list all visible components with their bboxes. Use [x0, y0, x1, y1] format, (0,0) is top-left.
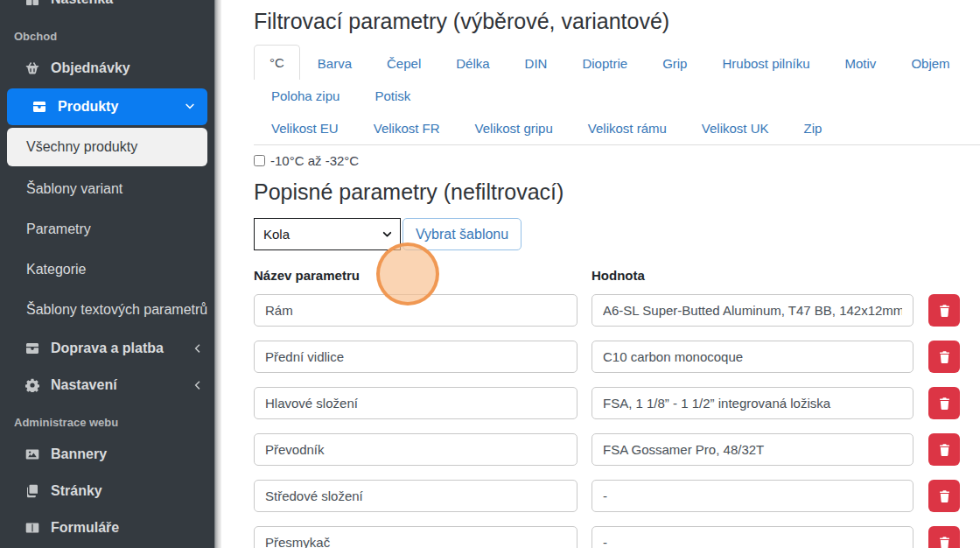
template-select[interactable]: Kola: [254, 218, 401, 250]
temperature-checkbox[interactable]: [254, 155, 265, 166]
sidebar-item-variant-templates[interactable]: Šablony variant: [0, 169, 214, 209]
main-content: Filtrovací parametry (výběrové, varianto…: [221, 0, 980, 548]
sidebar-item-banners[interactable]: Bannery: [0, 436, 214, 473]
tab-grip[interactable]: Grip: [645, 47, 704, 80]
tab-delka[interactable]: Délka: [438, 47, 507, 80]
parameter-row: [254, 294, 980, 327]
parameter-row: [254, 341, 980, 373]
parameter-row: [254, 526, 980, 548]
sidebar-item-orders[interactable]: Objednávky: [0, 50, 214, 87]
sidebar-item-label: Kategorie: [26, 262, 87, 278]
parameter-table-headers: Název parametru Hodnota: [254, 268, 980, 283]
parameter-value-input[interactable]: [592, 480, 914, 512]
parameter-name-input[interactable]: [254, 294, 578, 327]
trash-icon: [938, 397, 951, 411]
columns-icon: [25, 521, 43, 535]
sidebar-item-products[interactable]: Produkty: [7, 88, 207, 125]
parameter-value-input[interactable]: [592, 294, 914, 327]
sidebar-item-settings[interactable]: Nastavení: [0, 367, 214, 404]
parameter-name-input[interactable]: [254, 433, 578, 466]
delete-parameter-button[interactable]: [928, 294, 960, 327]
parameter-value-input[interactable]: [592, 341, 914, 373]
parameter-name-input[interactable]: [254, 341, 578, 373]
sidebar-item-shipping-payment[interactable]: Doprava a platba: [0, 330, 214, 367]
delete-parameter-button[interactable]: [928, 526, 960, 548]
value-column-header: Hodnota: [592, 268, 645, 283]
trash-icon: [938, 443, 951, 457]
sidebar-item-label: Bannery: [51, 446, 107, 462]
descriptive-parameters-title: Popisné parametry (nefiltrovací): [254, 179, 980, 205]
chevron-left-icon: [192, 380, 202, 390]
sidebar-item-label: Stránky: [51, 483, 102, 499]
parameter-row: [254, 433, 980, 466]
tab-motiv[interactable]: Motiv: [828, 47, 894, 80]
parameter-name-input[interactable]: [254, 480, 578, 512]
sidebar-item-label: Objednávky: [51, 60, 130, 76]
tab-velikost-fr[interactable]: Velikost FR: [356, 112, 458, 144]
tab-dioptrie[interactable]: Dioptrie: [564, 47, 645, 80]
tab-barva[interactable]: Barva: [300, 47, 369, 80]
sidebar-item-label: Nástěnka: [51, 0, 113, 7]
delete-parameter-button[interactable]: [928, 387, 960, 419]
filter-parameters-title: Filtrovací parametry (výběrové, varianto…: [254, 9, 980, 34]
sidebar-item-categories[interactable]: Kategorie: [0, 249, 214, 290]
image-icon: [25, 447, 43, 461]
tab-hrubost-pilniku[interactable]: Hrubost pilníku: [704, 47, 827, 80]
tab-velikost-ramu[interactable]: Velikost rámu: [570, 112, 684, 144]
sidebar-item-label: Nastavení: [51, 377, 192, 393]
sidebar-item-pages[interactable]: Stránky: [0, 473, 214, 509]
parameter-name-input[interactable]: [254, 526, 578, 548]
sidebar-item-label: Doprava a platba: [51, 341, 192, 356]
trash-icon: [938, 489, 951, 503]
trash-icon: [938, 350, 951, 364]
dashboard-icon: [25, 0, 43, 6]
template-select-value: Kola: [263, 227, 290, 242]
sidebar-section-obchod: Obchod: [0, 18, 214, 50]
sidebar-item-text-parameter-templates[interactable]: Šablony textových parametrů: [0, 290, 214, 330]
tab-celsius[interactable]: °C: [254, 45, 300, 80]
parameter-value-input[interactable]: [592, 433, 914, 466]
sidebar-item-label: Formuláře: [51, 520, 119, 536]
chevron-down-icon: [185, 102, 195, 112]
delete-parameter-button[interactable]: [928, 480, 960, 512]
tab-velikost-gripu[interactable]: Velikost gripu: [458, 112, 570, 144]
temperature-option-row: -10°C až -32°C: [254, 153, 980, 168]
filter-parameter-tabs: °C Barva Čepel Délka DIN Dioptrie Grip H…: [254, 45, 980, 145]
sidebar-item-label: Parametry: [26, 221, 91, 237]
tab-potisk[interactable]: Potisk: [357, 80, 428, 112]
tab-zip[interactable]: Zip: [787, 112, 840, 144]
pages-icon: [25, 484, 43, 498]
tab-cepel[interactable]: Čepel: [369, 47, 438, 80]
sidebar-item-parameters[interactable]: Parametry: [0, 209, 214, 249]
sidebar-item-all-products[interactable]: Všechny produkty: [7, 128, 207, 166]
parameter-row: [254, 387, 980, 419]
sidebar: Nástěnka Obchod Objednávky Produkty Všec…: [0, 0, 214, 548]
sidebar-item-label: Šablony textových parametrů: [26, 302, 207, 318]
delete-parameter-button[interactable]: [928, 341, 960, 373]
parameter-value-input[interactable]: [592, 526, 914, 548]
basket-icon: [25, 61, 43, 75]
tab-din[interactable]: DIN: [508, 47, 565, 80]
trash-icon: [938, 304, 951, 318]
trash-icon: [938, 536, 951, 548]
parameter-row: [254, 480, 980, 512]
select-chevron-down-icon: [382, 229, 392, 239]
parameter-value-input[interactable]: [592, 387, 914, 419]
parameter-name-input[interactable]: [254, 387, 578, 419]
sidebar-item-label: Všechny produkty: [26, 139, 137, 155]
template-controls: Kola Vybrat šablonu: [254, 218, 980, 250]
products-box-icon: [32, 100, 50, 114]
tab-objem[interactable]: Objem: [893, 47, 967, 80]
chevron-left-icon: [192, 343, 202, 354]
name-column-header: Název parametru: [254, 268, 592, 283]
sidebar-item-label: Šablony variant: [26, 181, 122, 197]
tab-velikost-eu[interactable]: Velikost EU: [254, 112, 356, 144]
choose-template-button[interactable]: Vybrat šablonu: [402, 218, 522, 250]
sidebar-item-forms[interactable]: Formuláře: [0, 509, 214, 546]
sidebar-section-web-admin: Administrace webu: [0, 404, 214, 436]
delete-parameter-button[interactable]: [928, 433, 960, 466]
tab-poloha-zipu[interactable]: Poloha zipu: [254, 80, 357, 112]
sidebar-scrollbar[interactable]: [214, 0, 221, 548]
sidebar-item-dashboard[interactable]: Nástěnka: [0, 0, 214, 18]
tab-velikost-uk[interactable]: Velikost UK: [684, 112, 787, 144]
